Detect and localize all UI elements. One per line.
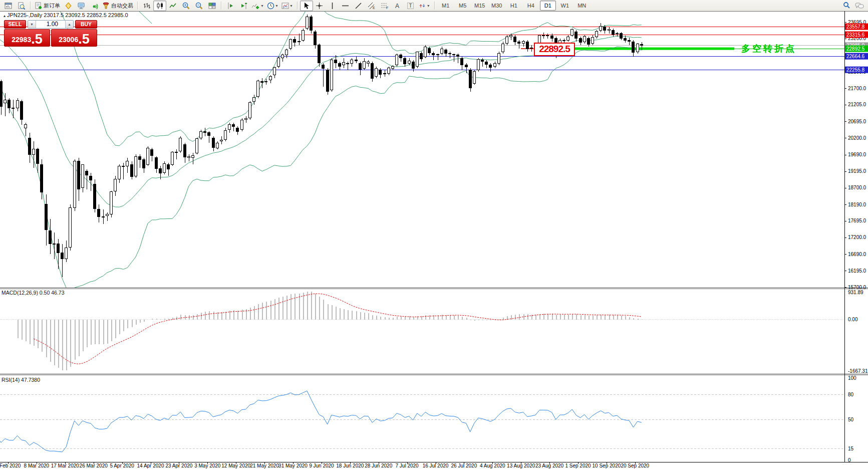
candle-bull <box>494 63 496 67</box>
candle-bull <box>220 140 223 141</box>
timeframe-d1[interactable]: D1 <box>540 1 556 11</box>
axis-label: 1 Sep 2020 <box>565 463 591 468</box>
candle-bull <box>12 108 15 109</box>
timeframe-m15[interactable]: M15 <box>472 1 488 11</box>
trendline-icon[interactable] <box>352 1 365 11</box>
zoom-out-icon[interactable] <box>192 1 205 11</box>
candle-bull <box>384 73 386 74</box>
sell-price[interactable]: 22983.5 <box>4 29 50 47</box>
chart-canvas[interactable]: 23695.023200.022195.021700.021205.020695… <box>0 11 868 471</box>
metaeditor-icon[interactable] <box>62 1 75 11</box>
candle-bull <box>285 50 288 55</box>
search-icon[interactable] <box>840 1 853 11</box>
axis-label: 15700.0 <box>848 285 866 290</box>
autotrading-button[interactable]: 自动交易 <box>101 1 135 11</box>
candle-bear <box>131 164 133 176</box>
chart-autoscroll-icon[interactable] <box>237 1 250 11</box>
crosshair-icon[interactable] <box>313 1 326 11</box>
chevron-down-icon: ▼ <box>260 4 264 8</box>
candle-bear <box>404 58 406 64</box>
candle-bear <box>432 54 435 55</box>
axis-label: 9 Jun 2020 <box>309 463 334 468</box>
text-label-icon[interactable]: T <box>404 1 417 11</box>
cursor-icon[interactable] <box>300 1 313 11</box>
candle-bull <box>542 35 545 36</box>
signals-icon[interactable] <box>88 1 101 11</box>
text-icon[interactable]: A <box>391 1 404 11</box>
timeframe-mn[interactable]: MN <box>574 1 590 11</box>
line-chart-icon[interactable] <box>166 1 179 11</box>
one-click-panel[interactable]: SELL ▼ 1.00 ▲ BUY 22983.5 23006.5 <box>4 20 97 47</box>
terminal-icon[interactable] <box>75 1 88 11</box>
timeframe-m30[interactable]: M30 <box>489 1 505 11</box>
timeframe-h4[interactable]: H4 <box>523 1 539 11</box>
volume-increase-button[interactable]: ▲ <box>65 21 73 28</box>
candle-bear <box>236 128 239 131</box>
new-order-button[interactable]: 新订单 <box>33 1 62 11</box>
candle-bear <box>604 27 606 31</box>
zoom-in-icon[interactable] <box>179 1 192 11</box>
candle-bear <box>624 39 627 40</box>
axis-label: 7 Jul 2020 <box>396 463 419 468</box>
axis-label: 0.00 <box>848 317 858 322</box>
templates-icon[interactable]: ▼ <box>280 1 295 11</box>
candle-bull <box>351 60 353 64</box>
buy-button[interactable]: BUY <box>75 20 97 29</box>
horizontal-line-icon[interactable] <box>339 1 352 11</box>
macd-signal-line <box>34 294 642 364</box>
candle-bear <box>90 176 92 180</box>
candle-bear <box>143 159 145 168</box>
axis-label: 100 <box>848 375 856 381</box>
toolbar-separator <box>137 2 138 10</box>
candle-bear <box>580 39 582 42</box>
candle-bull <box>396 55 398 65</box>
periods-icon[interactable]: ▼ <box>265 1 280 11</box>
sell-button[interactable]: SELL <box>4 20 26 29</box>
bar-chart-icon[interactable] <box>140 1 153 11</box>
equidistant-channel-icon[interactable]: E <box>365 1 378 11</box>
candle-bull <box>522 42 525 44</box>
timeframe-m5[interactable]: M5 <box>455 1 471 11</box>
axis-label: 23 Aug 2020 <box>535 463 564 468</box>
main-toolbar: 新订单 自动交易 ▼ ▼ ▼ <box>0 0 868 12</box>
tile-windows-icon[interactable] <box>205 1 218 11</box>
candle-bull <box>25 125 27 128</box>
chat-icon[interactable] <box>853 1 866 11</box>
candle-bear <box>612 30 615 35</box>
candle-bull <box>388 68 390 74</box>
candle-bear <box>98 209 100 217</box>
axis-label: 26 Jul 2020 <box>451 463 477 468</box>
candle-bear <box>175 152 178 152</box>
arrows-icon[interactable]: ▼ <box>417 1 432 11</box>
candle-bull <box>530 48 533 48</box>
price-alert-label[interactable]: 22892.5 <box>534 43 575 56</box>
volume-value[interactable]: 1.00 <box>36 21 65 28</box>
axis-label: -1667.31 <box>848 368 868 374</box>
timeframe-m1[interactable]: M1 <box>438 1 454 11</box>
indicators-icon[interactable]: ▼ <box>250 1 265 11</box>
print-preview-icon[interactable] <box>15 1 28 11</box>
candle-bear <box>322 65 325 69</box>
buy-price[interactable]: 23006.5 <box>51 29 97 47</box>
candle-bull <box>306 17 309 29</box>
timeframe-h1[interactable]: H1 <box>506 1 522 11</box>
volume-stepper[interactable]: ▼ 1.00 ▲ <box>28 20 74 29</box>
thick-green-trendline[interactable] <box>574 48 734 50</box>
candle-bull <box>302 30 305 40</box>
vertical-line-icon[interactable] <box>326 1 339 11</box>
candle-bear <box>159 168 162 173</box>
chart-window-icon[interactable] <box>2 1 15 11</box>
axis-label: 21 May 2020 <box>250 463 279 468</box>
axis-label: 26 Mar 2020 <box>80 463 108 468</box>
candle-bear <box>184 144 186 157</box>
candle-bear <box>575 32 577 39</box>
fibonacci-icon[interactable]: F <box>378 1 391 11</box>
candlestick-chart-icon[interactable] <box>153 1 166 11</box>
timeframe-w1[interactable]: W1 <box>557 1 573 11</box>
candle-bear <box>628 40 631 41</box>
candle-bull <box>571 30 573 35</box>
chart-shift-icon[interactable] <box>224 1 237 11</box>
volume-decrease-button[interactable]: ▼ <box>28 21 36 28</box>
candle-bull <box>498 54 500 64</box>
candle-bear <box>379 70 382 75</box>
